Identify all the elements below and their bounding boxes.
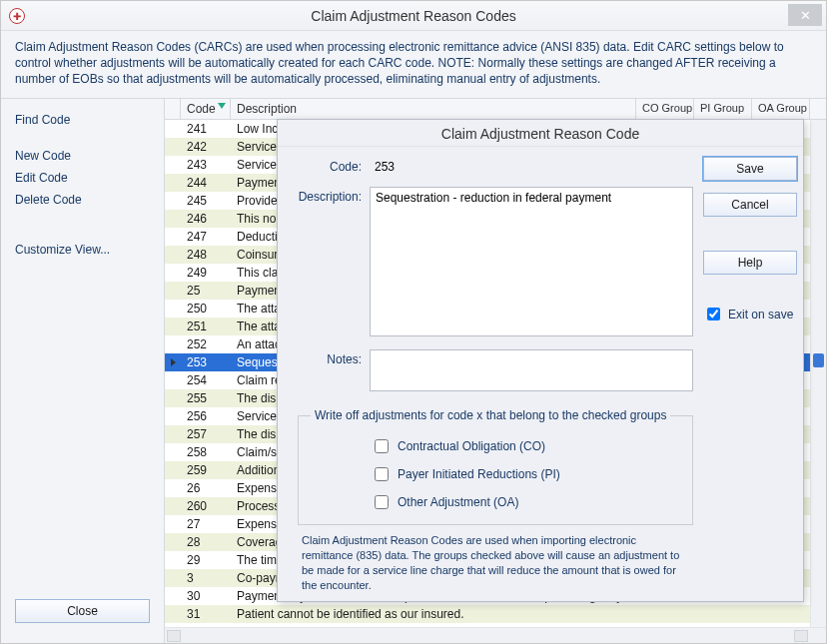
table-row[interactable]: 31Patient cannot be identified as our in…: [165, 605, 826, 623]
window-close-button[interactable]: ✕: [788, 4, 822, 26]
cell-code: 255: [181, 390, 231, 406]
pi-checkbox-row[interactable]: Payer Initiated Reductions (PI): [311, 460, 680, 488]
cell-code: 31: [181, 606, 231, 622]
exit-on-save-label: Exit on save: [728, 308, 793, 322]
grid-header-co-group[interactable]: CO Group: [636, 99, 694, 119]
co-checkbox-row[interactable]: Contractual Obligation (CO): [311, 432, 680, 460]
cell-code: 251: [181, 319, 231, 334]
grid-header-scroll-spacer: [810, 99, 826, 119]
description-field[interactable]: [370, 187, 693, 336]
sidebar-find-code[interactable]: Find Code: [9, 109, 156, 131]
cell-code: 245: [181, 193, 231, 209]
cell-code: 28: [181, 534, 231, 550]
scrollbar-thumb[interactable]: [813, 353, 824, 367]
cell-code: 242: [181, 139, 231, 155]
cell-code: 26: [181, 480, 231, 496]
cell-code: 241: [181, 121, 231, 137]
cell-code: 248: [181, 247, 231, 263]
cell-code: 244: [181, 175, 231, 191]
close-button[interactable]: Close: [15, 599, 150, 623]
help-button[interactable]: Help: [703, 251, 797, 275]
cell-code: 27: [181, 516, 231, 532]
writeoff-groups-fieldset: Write off adjustments for code x that be…: [298, 408, 693, 525]
horizontal-scrollbar[interactable]: [165, 627, 826, 643]
oa-checkbox-label: Other Adjustment (OA): [398, 495, 518, 509]
app-icon: ✚: [9, 8, 25, 24]
cell-code: 250: [181, 301, 231, 317]
grid-header-description[interactable]: Description: [231, 99, 636, 119]
cell-code: 260: [181, 498, 231, 514]
row-marker: [165, 358, 181, 366]
exit-on-save-row[interactable]: Exit on save: [703, 305, 797, 323]
grid-header-marker: [165, 99, 181, 119]
writeoff-groups-legend: Write off adjustments for code x that be…: [311, 408, 670, 422]
grid-header: Code Description CO Group PI Group OA Gr…: [165, 99, 826, 120]
save-button[interactable]: Save: [703, 157, 797, 181]
main-window: ✚ Claim Adjustment Reason Codes ✕ Claim …: [0, 0, 827, 644]
cell-code: 254: [181, 372, 231, 388]
cell-code: 252: [181, 336, 231, 352]
vertical-scrollbar[interactable]: [810, 120, 826, 627]
cell-code: 246: [181, 211, 231, 227]
cell-co-group: [636, 613, 694, 615]
cell-code: 249: [181, 265, 231, 281]
hscroll-right-arrow[interactable]: [794, 630, 808, 642]
grid-header-code-label: Code: [187, 102, 216, 116]
notes-field[interactable]: [370, 349, 693, 391]
dialog-title: Claim Adjustment Reason Code: [278, 120, 803, 147]
sidebar: Find Code New Code Edit Code Delete Code…: [1, 99, 165, 643]
cell-code: 258: [181, 444, 231, 460]
cell-code: 253: [181, 354, 231, 370]
cell-code: 25: [181, 283, 231, 299]
edit-code-dialog: Claim Adjustment Reason Code Code: Descr…: [277, 119, 804, 602]
cell-code: 29: [181, 552, 231, 568]
current-row-caret-icon: [171, 358, 176, 366]
co-checkbox[interactable]: [375, 439, 389, 453]
cell-code: 30: [181, 588, 231, 604]
cell-code: 256: [181, 408, 231, 424]
sidebar-new-code[interactable]: New Code: [9, 145, 156, 167]
grid-header-code[interactable]: Code: [181, 99, 231, 119]
notes-label: Notes:: [298, 349, 370, 394]
window-title: Claim Adjustment Reason Codes: [311, 8, 515, 24]
oa-checkbox[interactable]: [375, 495, 389, 509]
sidebar-edit-code[interactable]: Edit Code: [9, 167, 156, 189]
code-field[interactable]: [370, 157, 429, 177]
cell-description: Patient cannot be identified as our insu…: [231, 606, 636, 622]
cell-code: 247: [181, 229, 231, 245]
co-checkbox-label: Contractual Obligation (CO): [398, 439, 545, 453]
cell-code: 243: [181, 157, 231, 173]
titlebar: ✚ Claim Adjustment Reason Codes ✕: [1, 1, 826, 31]
oa-checkbox-row[interactable]: Other Adjustment (OA): [311, 488, 680, 516]
sort-asc-icon: [218, 103, 226, 109]
pi-checkbox[interactable]: [375, 467, 389, 481]
cell-oa-group: [752, 613, 810, 615]
pi-checkbox-label: Payer Initiated Reductions (PI): [398, 467, 560, 481]
cell-code: 257: [181, 426, 231, 442]
cancel-button[interactable]: Cancel: [703, 193, 797, 217]
dialog-footnote: Claim Adjustment Reason Codes are used w…: [298, 533, 693, 594]
description-label: Description:: [298, 187, 370, 339]
sidebar-customize-view[interactable]: Customize View...: [9, 239, 156, 261]
sidebar-delete-code[interactable]: Delete Code: [9, 189, 156, 211]
grid-header-oa-group[interactable]: OA Group: [752, 99, 810, 119]
cell-code: 3: [181, 570, 231, 586]
hscroll-left-arrow[interactable]: [167, 630, 181, 642]
intro-text: Claim Adjustment Reason Codes (CARCs) ar…: [1, 31, 826, 99]
code-label: Code:: [298, 157, 370, 177]
cell-pi-group: [694, 613, 752, 615]
exit-on-save-checkbox[interactable]: [707, 308, 720, 321]
grid-header-pi-group[interactable]: PI Group: [694, 99, 752, 119]
cell-code: 259: [181, 462, 231, 478]
